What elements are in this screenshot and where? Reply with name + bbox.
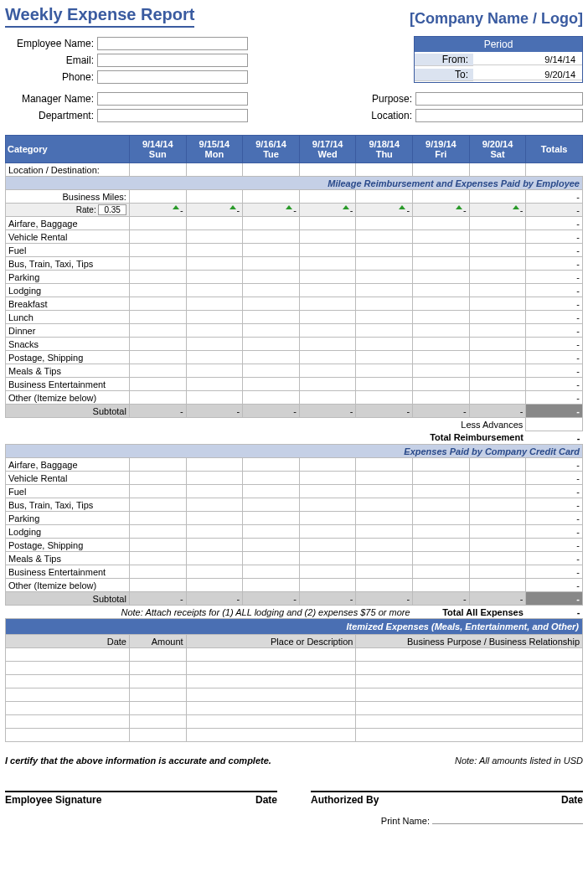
expense-cell[interactable] (413, 364, 470, 378)
expense-cell[interactable] (243, 565, 300, 579)
expense-cell[interactable] (243, 324, 300, 338)
expense-cell[interactable] (129, 230, 186, 244)
expense-cell[interactable] (129, 565, 186, 579)
expense-cell[interactable] (413, 565, 470, 579)
itemized-amount-cell[interactable] (129, 715, 186, 729)
expense-cell[interactable] (129, 351, 186, 364)
itemized-place-cell[interactable] (186, 702, 356, 715)
itemized-place-cell[interactable] (186, 675, 356, 688)
expense-cell[interactable] (356, 324, 413, 338)
expense-cell[interactable] (413, 271, 470, 284)
expense-cell[interactable] (299, 217, 356, 230)
expense-cell[interactable] (356, 284, 413, 297)
expense-cell[interactable] (413, 525, 470, 539)
expense-cell[interactable] (129, 311, 186, 324)
itemized-purpose-cell[interactable] (356, 648, 583, 662)
itemized-date-cell[interactable] (6, 648, 130, 662)
expense-cell[interactable] (413, 391, 470, 405)
expense-cell[interactable] (186, 338, 243, 351)
expense-cell[interactable] (413, 539, 470, 552)
expense-cell[interactable] (243, 552, 300, 565)
expense-cell[interactable] (469, 271, 526, 284)
expense-cell[interactable] (299, 539, 356, 552)
expense-cell[interactable] (413, 257, 470, 271)
expense-cell[interactable] (356, 525, 413, 539)
expense-cell[interactable] (243, 311, 300, 324)
expense-cell[interactable] (356, 271, 413, 284)
expense-cell[interactable] (413, 378, 470, 391)
expense-cell[interactable] (243, 244, 300, 257)
expense-cell[interactable] (299, 565, 356, 579)
expense-cell[interactable] (186, 324, 243, 338)
expense-cell[interactable] (186, 378, 243, 391)
expense-cell[interactable] (129, 217, 186, 230)
expense-cell[interactable] (356, 311, 413, 324)
expense-cell[interactable] (186, 525, 243, 539)
expense-cell[interactable] (469, 512, 526, 525)
expense-cell[interactable] (243, 512, 300, 525)
expense-cell[interactable] (356, 485, 413, 498)
location-input[interactable] (415, 109, 583, 122)
expense-cell[interactable] (299, 391, 356, 405)
expense-cell[interactable] (186, 552, 243, 565)
expense-cell[interactable] (243, 485, 300, 498)
expense-cell[interactable] (299, 271, 356, 284)
expense-cell[interactable] (469, 579, 526, 592)
expense-cell[interactable] (469, 378, 526, 391)
itemized-amount-cell[interactable] (129, 662, 186, 675)
expense-cell[interactable] (299, 244, 356, 257)
itemized-amount-cell[interactable] (129, 688, 186, 702)
expense-cell[interactable] (186, 297, 243, 311)
expense-cell[interactable] (243, 271, 300, 284)
expense-cell[interactable] (129, 552, 186, 565)
expense-cell[interactable] (129, 297, 186, 311)
expense-cell[interactable] (243, 257, 300, 271)
expense-cell[interactable] (469, 257, 526, 271)
expense-cell[interactable] (413, 485, 470, 498)
expense-cell[interactable] (356, 297, 413, 311)
expense-cell[interactable] (186, 230, 243, 244)
expense-cell[interactable] (299, 364, 356, 378)
expense-cell[interactable] (356, 230, 413, 244)
expense-cell[interactable] (186, 485, 243, 498)
expense-cell[interactable] (129, 498, 186, 512)
itemized-purpose-cell[interactable] (356, 702, 583, 715)
expense-cell[interactable] (243, 338, 300, 351)
expense-cell[interactable] (299, 498, 356, 512)
expense-cell[interactable] (413, 244, 470, 257)
expense-cell[interactable] (469, 324, 526, 338)
expense-cell[interactable] (186, 498, 243, 512)
expense-cell[interactable] (356, 378, 413, 391)
expense-cell[interactable] (469, 539, 526, 552)
itemized-place-cell[interactable] (186, 729, 356, 742)
expense-cell[interactable] (129, 579, 186, 592)
less-advances-input[interactable] (526, 418, 583, 431)
expense-cell[interactable] (129, 539, 186, 552)
purpose-input[interactable] (415, 92, 583, 106)
expense-cell[interactable] (469, 485, 526, 498)
expense-cell[interactable] (469, 552, 526, 565)
itemized-date-cell[interactable] (6, 702, 130, 715)
expense-cell[interactable] (129, 244, 186, 257)
expense-cell[interactable] (299, 284, 356, 297)
itemized-date-cell[interactable] (6, 688, 130, 702)
itemized-amount-cell[interactable] (129, 729, 186, 742)
expense-cell[interactable] (243, 579, 300, 592)
expense-cell[interactable] (299, 552, 356, 565)
itemized-purpose-cell[interactable] (356, 715, 583, 729)
expense-cell[interactable] (356, 338, 413, 351)
email-input[interactable] (97, 54, 248, 67)
expense-cell[interactable] (186, 284, 243, 297)
expense-cell[interactable] (186, 364, 243, 378)
expense-cell[interactable] (129, 525, 186, 539)
expense-cell[interactable] (243, 472, 300, 485)
itemized-place-cell[interactable] (186, 688, 356, 702)
expense-cell[interactable] (129, 472, 186, 485)
expense-cell[interactable] (413, 458, 470, 472)
expense-cell[interactable] (186, 271, 243, 284)
itemized-amount-cell[interactable] (129, 648, 186, 662)
manager-name-input[interactable] (97, 92, 248, 106)
expense-cell[interactable] (413, 512, 470, 525)
expense-cell[interactable] (299, 297, 356, 311)
expense-cell[interactable] (299, 311, 356, 324)
